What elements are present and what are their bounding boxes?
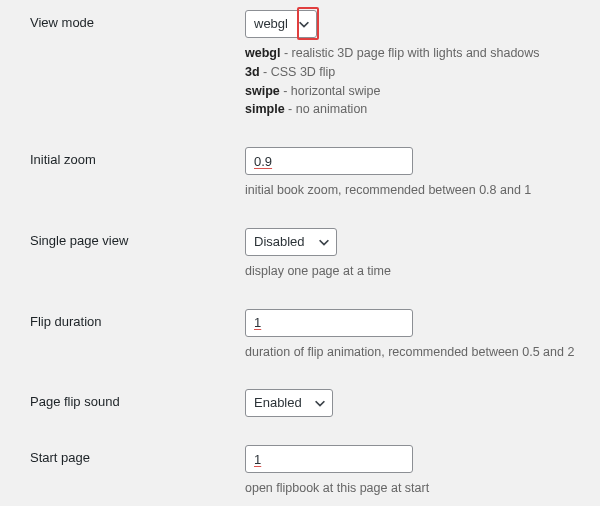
- desc-bold: swipe: [245, 84, 280, 98]
- page-flip-sound-select-wrap: Enabled: [245, 389, 333, 417]
- view-mode-description: webgl - realistic 3D page flip with ligh…: [245, 44, 580, 119]
- flip-duration-description: duration of flip animation, recommended …: [245, 343, 580, 362]
- view-mode-select[interactable]: webgl: [245, 10, 317, 38]
- desc-bold: 3d: [245, 65, 260, 79]
- desc-text: - horizontal swipe: [280, 84, 381, 98]
- flip-duration-input[interactable]: [245, 309, 413, 337]
- single-page-select[interactable]: Disabled: [245, 228, 337, 256]
- label-start-page: Start page: [30, 445, 245, 465]
- desc-text: - CSS 3D flip: [260, 65, 336, 79]
- row-initial-zoom: Initial zoom initial book zoom, recommen…: [30, 147, 580, 200]
- desc-bold: webgl: [245, 46, 280, 60]
- desc-text: - no animation: [285, 102, 368, 116]
- control-page-flip-sound: Enabled: [245, 389, 580, 417]
- initial-zoom-description: initial book zoom, recommended between 0…: [245, 181, 580, 200]
- desc-bold: simple: [245, 102, 285, 116]
- label-single-page-view: Single page view: [30, 228, 245, 248]
- page-flip-sound-select[interactable]: Enabled: [245, 389, 333, 417]
- label-page-flip-sound: Page flip sound: [30, 389, 245, 409]
- row-page-flip-sound: Page flip sound Enabled: [30, 389, 580, 417]
- single-page-select-wrap: Disabled: [245, 228, 337, 256]
- view-mode-select-wrap: webgl: [245, 10, 317, 38]
- control-start-page: open flipbook at this page at start: [245, 445, 580, 498]
- row-single-page-view: Single page view Disabled display one pa…: [30, 228, 580, 281]
- single-page-description: display one page at a time: [245, 262, 580, 281]
- label-flip-duration: Flip duration: [30, 309, 245, 329]
- desc-text: - realistic 3D page flip with lights and…: [280, 46, 539, 60]
- control-view-mode: webgl webgl - realistic 3D page flip wit…: [245, 10, 580, 119]
- start-page-input[interactable]: [245, 445, 413, 473]
- row-start-page: Start page open flipbook at this page at…: [30, 445, 580, 498]
- control-initial-zoom: initial book zoom, recommended between 0…: [245, 147, 580, 200]
- row-view-mode: View mode webgl webgl - realistic 3D pag…: [30, 10, 580, 119]
- row-flip-duration: Flip duration duration of flip animation…: [30, 309, 580, 362]
- control-flip-duration: duration of flip animation, recommended …: [245, 309, 580, 362]
- label-view-mode: View mode: [30, 10, 245, 30]
- label-initial-zoom: Initial zoom: [30, 147, 245, 167]
- initial-zoom-input[interactable]: [245, 147, 413, 175]
- control-single-page-view: Disabled display one page at a time: [245, 228, 580, 281]
- start-page-description: open flipbook at this page at start: [245, 479, 580, 498]
